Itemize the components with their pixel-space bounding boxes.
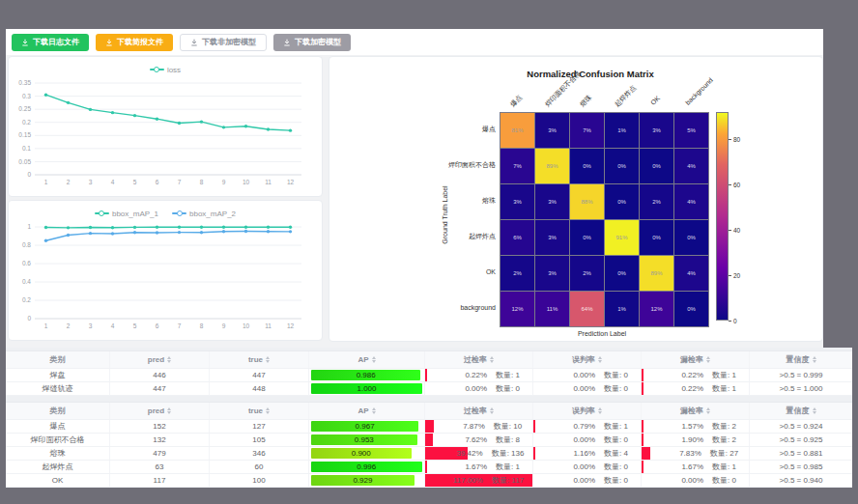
loss-chart-plot: 00.050.10.150.20.250.30.3512345678910111…: [9, 76, 310, 194]
cell-confidence: >0.5 = 0.925: [750, 434, 852, 446]
svg-text:7: 7: [178, 179, 182, 185]
svg-text:0: 0: [27, 171, 31, 178]
column-header-conf[interactable]: 置信度: [750, 403, 852, 419]
column-header-ap[interactable]: AP: [309, 403, 425, 419]
download-unencrypted-model-button[interactable]: 下载非加密模型: [180, 34, 267, 51]
sort-carets-icon[interactable]: [167, 407, 171, 414]
rate-bar: [642, 420, 644, 433]
download-toolbar: 下载日志文件 下载简报文件 下载非加密模型 下载加密模型: [6, 29, 823, 55]
matrix-cell: 89%: [535, 149, 569, 183]
cell-misjudge-rate: 0.00%数量: 0: [533, 474, 642, 487]
matrix-cell: 3%: [640, 113, 673, 148]
rate-percent: 1.57%: [654, 422, 703, 431]
column-header-true[interactable]: true: [210, 351, 309, 368]
svg-text:12: 12: [287, 179, 295, 185]
legend-label: loss: [167, 66, 181, 74]
cell-missed-rate: 1.67%数量: 1: [642, 461, 750, 473]
cell-true: 447: [210, 369, 309, 381]
svg-text:10: 10: [243, 179, 250, 185]
rate-percent: 39.42%: [434, 449, 483, 458]
sort-carets-icon[interactable]: [372, 356, 376, 363]
download-log-button[interactable]: 下载日志文件: [12, 34, 89, 51]
download-report-button[interactable]: 下载简报文件: [96, 34, 173, 51]
sort-carets-icon[interactable]: [266, 407, 270, 414]
column-header-miss[interactable]: 漏检率: [642, 351, 750, 368]
svg-text:3: 3: [89, 179, 93, 185]
matrix-cell: 0%: [570, 149, 604, 183]
cell-true: 346: [210, 447, 309, 460]
rate-count: 数量: 1: [712, 370, 736, 380]
download-encrypted-model-button[interactable]: 下载加密模型: [273, 34, 351, 51]
matrix-col-label: background: [684, 76, 714, 106]
matrix-cell: 7%: [500, 149, 534, 183]
svg-text:0.05: 0.05: [18, 158, 31, 165]
bbox-map-chart-plot: 00.20.40.60.81123456789101112: [9, 220, 310, 338]
cell-confidence: >0.5 = 1.000: [750, 382, 852, 395]
cell-misjudge-rate: 0.00%数量: 0: [533, 434, 642, 446]
sort-carets-icon[interactable]: [266, 356, 270, 363]
column-header-ap[interactable]: AP: [309, 351, 425, 368]
table-header-row: 类别predtrueAP过检率误判率漏检率置信度: [6, 351, 852, 369]
cell-overkill-rate: 1.67%数量: 1: [425, 461, 533, 473]
matrix-cell: 4%: [674, 149, 708, 183]
matrix-cell: 0%: [605, 149, 639, 183]
cell-confidence: >0.5 = 0.985: [750, 461, 852, 473]
matrix-cell: 0%: [605, 256, 639, 291]
column-header-over[interactable]: 过检率: [425, 403, 533, 419]
legend-item-bbox-map-2[interactable]: bbox_mAP_2: [172, 207, 236, 220]
table-header-row: 类别predtrueAP过检率误判率漏检率置信度: [6, 403, 852, 420]
summary-metrics-table: 类别predtrueAP过检率误判率漏检率置信度焊盘4464470.9860.2…: [6, 350, 852, 396]
column-header-label: 过检率: [464, 354, 487, 365]
sort-carets-icon[interactable]: [598, 407, 602, 414]
download-report-label: 下载简报文件: [117, 39, 163, 46]
sort-carets-icon[interactable]: [372, 407, 376, 414]
cell-missed-rate: 7.83%数量: 27: [642, 447, 750, 460]
cell-confidence: >0.5 = 0.881: [750, 447, 852, 460]
matrix-cell: 88%: [570, 184, 604, 219]
column-header-conf[interactable]: 置信度: [750, 351, 852, 368]
column-header-mis[interactable]: 误判率: [533, 351, 642, 368]
cell-misjudge-rate: 0.00%数量: 0: [533, 369, 642, 381]
legend-label: bbox_mAP_1: [112, 210, 158, 218]
sort-carets-icon[interactable]: [490, 356, 494, 363]
sort-carets-icon[interactable]: [706, 356, 710, 363]
rate-bar: [533, 447, 535, 460]
column-header-miss[interactable]: 漏检率: [642, 403, 750, 419]
dashboard-page: { "toolbar": { "buttons": [ {"label": "下…: [0, 0, 858, 504]
sort-carets-icon[interactable]: [813, 356, 816, 363]
column-header-mis[interactable]: 误判率: [533, 403, 642, 419]
svg-text:1: 1: [44, 179, 48, 185]
column-header-over[interactable]: 过检率: [425, 351, 533, 368]
sort-carets-icon[interactable]: [598, 356, 602, 363]
matrix-col-label: 起焊炸点: [613, 83, 639, 109]
rate-count: 数量: 27: [710, 448, 738, 459]
matrix-row-label: 熔珠: [349, 183, 496, 218]
sort-carets-icon[interactable]: [167, 356, 171, 363]
svg-text:0.3: 0.3: [22, 93, 31, 99]
rate-count: 数量: 8: [496, 434, 520, 445]
legend-item-loss[interactable]: loss: [150, 63, 181, 76]
sort-carets-icon[interactable]: [706, 407, 710, 414]
map-chart-legend: bbox_mAP_1 bbox_mAP_2: [9, 201, 322, 220]
cell-overkill-rate: 0.00%数量: 0: [425, 382, 533, 395]
svg-text:3: 3: [89, 322, 93, 329]
sort-carets-icon[interactable]: [813, 407, 816, 414]
svg-text:6: 6: [156, 322, 159, 329]
svg-text:0.25: 0.25: [18, 105, 31, 112]
sort-carets-icon[interactable]: [490, 407, 494, 414]
cell-confidence: >0.5 = 0.999: [750, 369, 852, 381]
column-header-pred[interactable]: pred: [110, 351, 210, 368]
cell-label: 焊盘: [6, 369, 110, 381]
ap-bar: 0.986: [311, 370, 420, 380]
rate-count: 数量: 0: [604, 462, 628, 472]
table-row: OK1171000.929117.00%数量: 1170.00%数量: 00.0…: [6, 474, 852, 488]
cell-misjudge-rate: 1.16%数量: 4: [533, 447, 642, 460]
cell-pred: 63: [110, 461, 210, 473]
rate-count: 数量: 2: [712, 434, 736, 445]
matrix-cell: 0%: [605, 184, 639, 219]
matrix-cell: 81%: [500, 113, 534, 148]
column-header-pred[interactable]: pred: [110, 403, 210, 419]
table-row: 起焊炸点63600.9961.67%数量: 10.00%数量: 01.67%数量…: [6, 461, 852, 474]
legend-item-bbox-map-1[interactable]: bbox_mAP_1: [95, 207, 158, 220]
column-header-true[interactable]: true: [210, 403, 309, 419]
